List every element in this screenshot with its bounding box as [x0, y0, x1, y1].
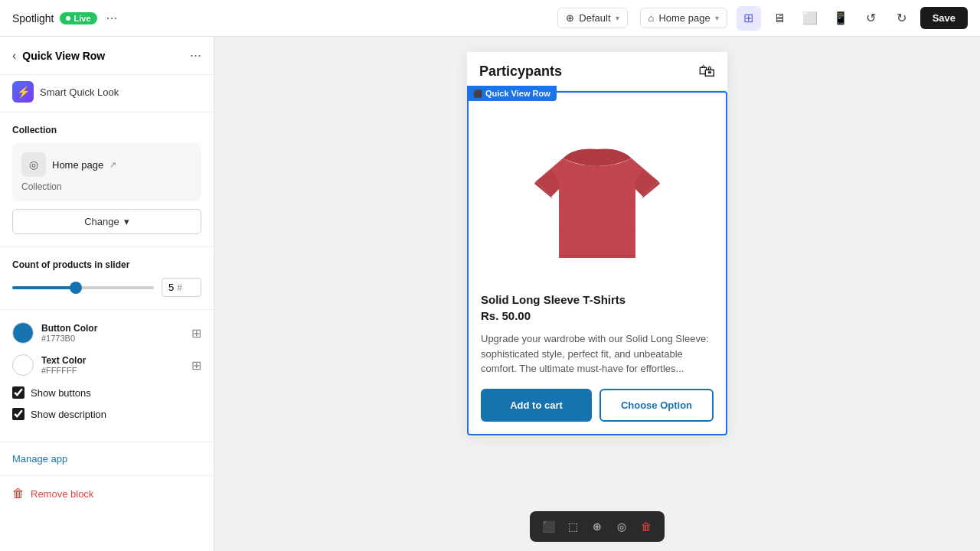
text-color-info: Text Color #FFFFFF: [41, 355, 86, 375]
home-icon: ⌂: [648, 12, 655, 24]
product-description: Upgrade your wardrobe with our Solid Lon…: [481, 331, 714, 377]
button-color-layers-icon[interactable]: ⊞: [191, 326, 201, 341]
sidebar-app-name: Smart Quick Look: [40, 86, 119, 98]
canvas: Particypants 🛍 ⬛ Quick View Row: [214, 37, 980, 551]
show-description-label[interactable]: Show description: [31, 409, 106, 420]
page-frame: Particypants 🛍 ⬛ Quick View Row: [467, 52, 727, 435]
product-image: [521, 112, 674, 281]
default-picker[interactable]: ⊕ Default ▾: [557, 8, 627, 28]
count-label: Count of products in slider: [12, 259, 129, 270]
live-label: Live: [74, 14, 90, 23]
product-price: Rs. 50.00: [481, 309, 714, 322]
product-actions: Add to cart Choose Option: [481, 389, 714, 422]
text-color-hex: #FFFFFF: [41, 366, 86, 375]
product-count-slider[interactable]: [12, 286, 154, 289]
trash-icon: 🗑: [12, 487, 24, 500]
button-color-info: Button Color #1773B0: [41, 323, 97, 343]
app-icon: ⚡: [12, 81, 34, 103]
sidebar-title: Quick View Row: [22, 50, 105, 62]
slider-value: 5: [168, 282, 174, 293]
button-color-left: Button Color #1773B0: [12, 322, 97, 344]
tag-button[interactable]: ◎: [611, 516, 632, 537]
button-color-hex: #1773B0: [41, 334, 97, 343]
qv-icon: ⬛: [473, 90, 482, 98]
add-to-cart-button[interactable]: Add to cart: [481, 389, 592, 422]
desktop-view-button[interactable]: 🖥: [767, 6, 792, 31]
slider-row: 5 #: [12, 278, 201, 297]
show-buttons-label[interactable]: Show buttons: [31, 387, 91, 399]
select-tool-button[interactable]: ⊞: [737, 6, 761, 31]
remove-block-row[interactable]: 🗑 Remove block: [0, 476, 214, 511]
quick-view-row-badge: ⬛ Quick View Row: [467, 86, 557, 101]
manage-app-link[interactable]: Manage app: [0, 442, 214, 476]
sidebar-header: ‹ Quick View Row ···: [0, 37, 214, 75]
sidebar-more-button[interactable]: ···: [190, 47, 201, 64]
show-buttons-row: Show buttons: [12, 386, 201, 399]
delete-button[interactable]: 🗑: [635, 516, 657, 537]
product-section: Solid Long Sleeve T-Shirts Rs. 50.00 Upg…: [467, 91, 727, 435]
change-label: Change: [84, 216, 119, 227]
topbar-left: Spotlight Live ···: [12, 7, 548, 29]
sidebar: ‹ Quick View Row ··· ⚡ Smart Quick Look …: [0, 37, 214, 551]
chevron-down-icon: ▾: [616, 14, 619, 22]
change-chevron-icon: ▾: [124, 216, 129, 227]
choose-option-button[interactable]: Choose Option: [599, 389, 714, 422]
cart-icon[interactable]: 🛍: [698, 61, 715, 81]
text-color-swatch[interactable]: [12, 354, 34, 376]
collection-page-name: Home page: [52, 159, 103, 171]
collection-sub-label: Collection: [21, 181, 192, 192]
homepage-picker[interactable]: ⌂ Home page ▾: [640, 8, 727, 28]
external-link-icon: ↗: [109, 160, 116, 170]
show-description-checkbox[interactable]: [12, 408, 24, 420]
text-color-row: Text Color #FFFFFF ⊞: [12, 354, 201, 376]
back-button[interactable]: ‹: [12, 49, 16, 63]
tablet-view-button[interactable]: ⬜: [798, 6, 822, 31]
text-color-layers-icon[interactable]: ⊞: [191, 358, 201, 373]
quick-view-badge-label: Quick View Row: [485, 89, 550, 98]
align-left-button[interactable]: ⬛: [537, 516, 559, 537]
collection-card: ◎ Home page ↗ Collection: [12, 143, 201, 201]
text-color-label: Text Color: [41, 355, 86, 366]
redo-button[interactable]: ↻: [890, 6, 914, 31]
topbar: Spotlight Live ··· ⊕ Default ▾ ⌂ Home pa…: [0, 0, 980, 37]
save-button[interactable]: Save: [920, 7, 968, 29]
align-center-button[interactable]: ⬚: [562, 516, 583, 537]
live-dot: [66, 16, 70, 21]
color-section: Button Color #1773B0 ⊞ Text Color #FFFFF…: [0, 310, 214, 442]
product-image-wrap: [481, 105, 714, 293]
product-name: Solid Long Sleeve T-Shirts: [481, 293, 714, 306]
globe-button[interactable]: ⊕: [586, 516, 608, 537]
sidebar-app-row: ⚡ Smart Quick Look: [0, 75, 214, 112]
slider-value-box: 5 #: [162, 278, 201, 297]
text-color-left: Text Color #FFFFFF: [12, 354, 86, 376]
collection-label: Collection: [12, 125, 201, 135]
store-name: Particypants: [479, 64, 562, 80]
chevron-down-icon-2: ▾: [715, 14, 719, 22]
collection-icon: ◎: [21, 152, 46, 177]
slider-label-row: Count of products in slider: [12, 259, 201, 270]
remove-block-label: Remove block: [31, 488, 93, 500]
mobile-view-button[interactable]: 📱: [828, 6, 853, 31]
main-layout: ‹ Quick View Row ··· ⚡ Smart Quick Look …: [0, 37, 980, 551]
show-description-row: Show description: [12, 408, 201, 420]
homepage-label: Home page: [658, 12, 710, 24]
collection-card-top: ◎ Home page ↗: [21, 152, 192, 177]
button-color-label: Button Color: [41, 323, 97, 334]
button-color-swatch[interactable]: [12, 322, 34, 344]
hash-icon: #: [177, 282, 182, 293]
sidebar-header-left: ‹ Quick View Row: [12, 49, 105, 63]
topbar-right: ⊞ 🖥 ⬜ 📱 ↺ ↻ Save: [737, 6, 968, 31]
topbar-center: ⊕ Default ▾ ⌂ Home page ▾: [557, 8, 727, 28]
default-label: Default: [579, 12, 610, 24]
bottom-toolbar: ⬛ ⬚ ⊕ ◎ 🗑: [530, 511, 665, 542]
globe-icon-topbar: ⊕: [566, 12, 574, 24]
slider-section: Count of products in slider 5 #: [0, 247, 214, 310]
change-collection-button[interactable]: Change ▾: [12, 209, 201, 234]
app-title: Spotlight: [12, 12, 54, 24]
button-color-row: Button Color #1773B0 ⊞: [12, 322, 201, 344]
collection-section: Collection ◎ Home page ↗ Collection Chan…: [0, 112, 214, 247]
live-badge: Live: [60, 12, 96, 24]
undo-button[interactable]: ↺: [859, 6, 884, 31]
show-buttons-checkbox[interactable]: [12, 386, 24, 399]
topbar-more-button[interactable]: ···: [103, 7, 121, 29]
